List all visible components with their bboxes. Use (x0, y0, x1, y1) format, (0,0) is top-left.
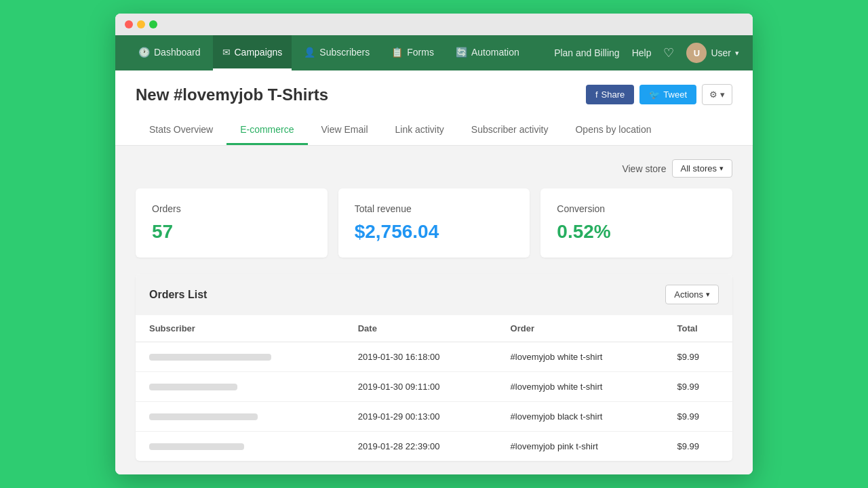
cell-total: $9.99 (664, 432, 733, 462)
nav-campaigns[interactable]: ✉ Campaigns (213, 35, 292, 70)
conversion-card: Conversion 0.52% (540, 188, 732, 258)
user-label: User (711, 47, 731, 58)
heart-icon[interactable]: ♡ (663, 45, 674, 60)
orders-label: Orders (152, 203, 311, 214)
cell-total: $9.99 (664, 402, 733, 432)
gear-icon: ⚙ (709, 89, 717, 100)
revenue-card: Total revenue $2,756.04 (338, 188, 530, 258)
facebook-icon: f (595, 89, 598, 100)
nav-right: Plan and Billing Help ♡ U User ▾ (554, 43, 739, 63)
actions-button[interactable]: Actions ▾ (665, 285, 719, 304)
settings-chevron: ▾ (720, 89, 725, 100)
nav-automation[interactable]: 🔄 Automation (446, 35, 529, 70)
cell-date: 2019-01-29 00:13:00 (344, 402, 497, 432)
nav-forms[interactable]: 📋 Forms (382, 35, 443, 70)
nav-dashboard[interactable]: 🕐 Dashboard (129, 35, 210, 70)
orders-value: 57 (152, 221, 311, 243)
subscribers-icon: 👤 (304, 47, 315, 58)
actions-chevron: ▾ (706, 290, 710, 299)
table-row: 2019-01-30 16:18:00 #lovemyjob white t-s… (136, 342, 732, 372)
forms-icon: 📋 (391, 47, 403, 58)
conversion-value: 0.52% (557, 221, 716, 243)
tab-subscriber-activity[interactable]: Subscriber activity (458, 116, 562, 145)
cell-date: 2019-01-28 22:39:00 (344, 432, 497, 462)
view-store-link[interactable]: View store (622, 163, 666, 174)
content-header: New #lovemyjob T-Shirts f Share 🐦 Tweet … (115, 70, 753, 146)
browser-window: 🕐 Dashboard ✉ Campaigns 👤 Subscribers 📋 … (115, 14, 753, 474)
cell-date: 2019-01-30 16:18:00 (344, 342, 497, 372)
conversion-label: Conversion (557, 203, 716, 214)
orders-list-title: Orders List (149, 289, 207, 301)
plan-billing-link[interactable]: Plan and Billing (554, 47, 620, 58)
dot-red[interactable] (125, 20, 133, 28)
dashboard-icon: 🕐 (138, 47, 150, 58)
table-row: 2019-01-30 09:11:00 #lovemyjob white t-s… (136, 372, 732, 402)
nav-subscribers-label: Subscribers (319, 47, 370, 58)
share-button[interactable]: f Share (586, 85, 634, 104)
cell-subscriber (136, 372, 344, 402)
cell-subscriber (136, 402, 344, 432)
tweet-button[interactable]: 🐦 Tweet (639, 85, 696, 104)
col-order: Order (497, 315, 664, 342)
twitter-icon: 🐦 (649, 89, 660, 100)
tab-opens-by-location[interactable]: Opens by location (561, 116, 665, 145)
revenue-label: Total revenue (355, 203, 514, 214)
dropdown-chevron: ▾ (719, 164, 724, 173)
orders-section: Orders List Actions ▾ Subscriber Date Or… (136, 274, 732, 461)
orders-list-header: Orders List Actions ▾ (136, 274, 732, 315)
orders-card: Orders 57 (136, 188, 328, 258)
campaigns-icon: ✉ (222, 47, 231, 58)
dot-yellow[interactable] (137, 20, 145, 28)
settings-button[interactable]: ⚙ ▾ (702, 84, 732, 105)
chevron-down-icon: ▾ (735, 49, 739, 58)
cell-order: #lovemyjob white t-shirt (497, 342, 664, 372)
nav-dashboard-label: Dashboard (154, 47, 201, 58)
nav-subscribers[interactable]: 👤 Subscribers (294, 35, 379, 70)
revenue-value: $2,756.04 (355, 221, 514, 243)
view-store-row: View store All stores ▾ (136, 159, 732, 178)
header-actions: f Share 🐦 Tweet ⚙ ▾ (586, 84, 732, 105)
table-row: 2019-01-29 00:13:00 #lovemyjob black t-s… (136, 402, 732, 432)
browser-titlebar (115, 14, 753, 35)
nav-forms-label: Forms (407, 47, 434, 58)
cell-order: #lovemyjob pink t-shirt (497, 432, 664, 462)
user-area[interactable]: U User ▾ (686, 43, 739, 63)
all-stores-dropdown[interactable]: All stores ▾ (672, 159, 732, 178)
tab-link-activity[interactable]: Link activity (382, 116, 458, 145)
col-subscriber: Subscriber (136, 315, 344, 342)
tab-stats-overview[interactable]: Stats Overview (136, 116, 226, 145)
automation-icon: 🔄 (456, 47, 467, 58)
page-title: New #lovemyjob T-Shirts (136, 85, 328, 104)
tab-ecommerce[interactable]: E-commerce (226, 116, 307, 145)
dot-green-browser[interactable] (149, 20, 157, 28)
cell-subscriber (136, 342, 344, 372)
cell-order: #lovemyjob white t-shirt (497, 372, 664, 402)
table-header-row: Subscriber Date Order Total (136, 315, 732, 342)
avatar: U (686, 43, 707, 63)
nav-automation-label: Automation (471, 47, 519, 58)
cell-total: $9.99 (664, 342, 733, 372)
tabs: Stats Overview E-commerce View Email Lin… (136, 116, 732, 145)
cell-subscriber (136, 432, 344, 462)
orders-table: Subscriber Date Order Total 2019-01-30 1… (136, 315, 732, 461)
cell-order: #lovemyjob black t-shirt (497, 402, 664, 432)
help-link[interactable]: Help (632, 47, 652, 58)
table-row: 2019-01-28 22:39:00 #lovemyjob pink t-sh… (136, 432, 732, 462)
tab-view-email[interactable]: View Email (308, 116, 382, 145)
navbar: 🕐 Dashboard ✉ Campaigns 👤 Subscribers 📋 … (115, 35, 753, 70)
main-content: View store All stores ▾ Orders 57 Total … (115, 146, 753, 474)
cell-date: 2019-01-30 09:11:00 (344, 372, 497, 402)
col-total: Total (664, 315, 733, 342)
nav-campaigns-label: Campaigns (235, 47, 283, 58)
cell-total: $9.99 (664, 372, 733, 402)
stats-cards: Orders 57 Total revenue $2,756.04 Conver… (136, 188, 732, 258)
col-date: Date (344, 315, 497, 342)
nav-left: 🕐 Dashboard ✉ Campaigns 👤 Subscribers 📋 … (129, 35, 554, 70)
campaign-title-row: New #lovemyjob T-Shirts f Share 🐦 Tweet … (136, 84, 732, 105)
